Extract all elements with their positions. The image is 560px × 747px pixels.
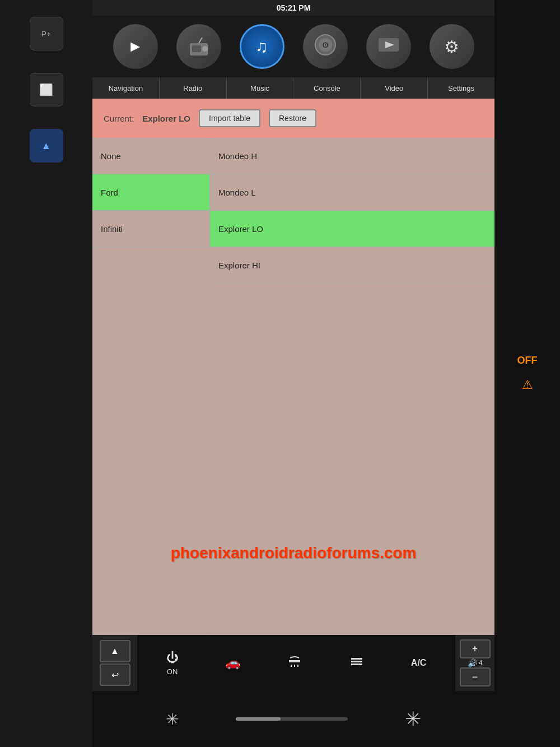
outer-frame: P+ ⬜ ▲ 05:21 PM ► — [0, 0, 560, 747]
svg-rect-14 — [351, 661, 362, 662]
power-on-button[interactable]: ⏻ ON — [166, 651, 179, 676]
nav-tab-music[interactable]: Music — [227, 77, 294, 99]
volume-controls: + 🔊 4 − — [455, 635, 494, 691]
car-climate-button[interactable]: 🚗 — [225, 656, 240, 670]
import-table-button[interactable]: Import table — [199, 109, 260, 127]
right-warning-icon: ⚠ — [522, 378, 533, 392]
nav-tab-console[interactable]: Console — [293, 77, 361, 99]
volume-up-button[interactable]: + — [460, 639, 491, 658]
fan-small-icon[interactable]: ✳ — [166, 710, 179, 729]
current-value: Explorer LO — [142, 114, 190, 123]
side-btn-middle[interactable]: ⬜ — [30, 73, 63, 106]
nav-tab-radio[interactable]: Radio — [160, 77, 227, 99]
temperature-slider[interactable] — [236, 717, 348, 721]
left-row-empty — [92, 247, 209, 635]
up-arrow-icon: ▲ — [110, 646, 119, 656]
nav-tab-settings[interactable]: Settings — [428, 77, 494, 99]
volume-down-button[interactable]: − — [460, 667, 491, 686]
svg-rect-15 — [351, 664, 362, 665]
content-area: Current: Explorer LO Import table Restor… — [92, 99, 494, 635]
left-column: None Ford Infiniti — [92, 138, 210, 635]
right-panel: OFF ⚠ — [494, 0, 560, 747]
time-display: 05:21 PM — [277, 3, 311, 12]
current-label: Current: — [104, 114, 134, 123]
settings-icon[interactable]: ⚙ — [430, 24, 474, 69]
console-icon[interactable]: ⊙ — [303, 24, 348, 69]
climate-controls: ⏻ ON 🚗 — [137, 651, 455, 676]
svg-rect-9 — [289, 660, 300, 662]
defrost-front-icon — [287, 653, 302, 672]
radio-icon[interactable] — [176, 24, 221, 69]
svg-rect-1 — [192, 45, 201, 52]
ac-button[interactable]: A/C — [411, 658, 427, 668]
left-row-none[interactable]: None — [92, 138, 209, 174]
svg-point-2 — [202, 46, 208, 52]
nav-tab-navigation[interactable]: Navigation — [92, 77, 160, 99]
nav-icon[interactable]: ► — [113, 24, 158, 69]
car-icon: 🚗 — [225, 656, 240, 670]
right-row-empty — [210, 284, 494, 635]
right-row-explorer-hi[interactable]: Explorer HI — [210, 247, 494, 284]
restore-button[interactable]: Restore — [269, 109, 316, 127]
power-icon: ⏻ — [166, 651, 179, 665]
speaker-icon: 🔊 — [468, 658, 477, 667]
back-arrow-icon: ↩ — [111, 670, 119, 680]
right-column: Mondeo H Mondeo L Explorer LO Explorer H… — [210, 138, 494, 635]
volume-level: 🔊 4 — [468, 658, 483, 667]
icon-bar: ► ♫ — [92, 16, 494, 77]
left-row-infiniti[interactable]: Infiniti — [92, 211, 209, 247]
right-row-mondeo-h[interactable]: Mondeo H — [210, 138, 494, 174]
table-area: None Ford Infiniti Mondeo H — [92, 138, 494, 635]
up-arrow-button[interactable]: ▲ — [100, 640, 130, 662]
volume-down-icon: − — [472, 671, 478, 683]
temp-slider-fill — [236, 717, 281, 721]
side-btn-power[interactable]: P+ — [30, 17, 63, 50]
right-row-explorer-lo[interactable]: Explorer LO — [210, 211, 494, 247]
right-row-mondeo-l[interactable]: Mondeo L — [210, 174, 494, 211]
left-panel: P+ ⬜ ▲ — [0, 0, 92, 747]
defrost-front-button[interactable] — [287, 653, 302, 672]
defrost-rear-button[interactable] — [349, 653, 365, 672]
bottom-row2: ✳ ✳ — [92, 691, 494, 747]
header-row: Current: Explorer LO Import table Restor… — [92, 99, 494, 138]
bottom-row1: ▲ ↩ ⏻ ON 🚗 — [92, 635, 494, 691]
left-row-ford[interactable]: Ford — [92, 174, 209, 211]
nav-tab-video[interactable]: Video — [361, 77, 428, 99]
off-indicator: OFF — [517, 355, 538, 366]
defrost-rear-icon — [349, 653, 365, 672]
bottom-controls: ▲ ↩ ⏻ ON 🚗 — [92, 635, 494, 747]
main-screen: 05:21 PM ► ♫ — [92, 0, 494, 747]
back-arrow-button[interactable]: ↩ — [100, 664, 130, 686]
music-icon[interactable]: ♫ — [240, 24, 284, 69]
video-icon[interactable] — [366, 24, 411, 69]
svg-line-3 — [199, 38, 202, 43]
nav-arrows: ▲ ↩ — [92, 635, 137, 691]
status-bar: 05:21 PM — [92, 0, 494, 16]
svg-rect-13 — [351, 658, 362, 660]
nav-bar: Navigation Radio Music Console Video Set… — [92, 77, 494, 99]
svg-text:⊙: ⊙ — [322, 40, 329, 49]
fan-large-icon[interactable]: ✳ — [405, 708, 421, 730]
volume-up-icon: + — [472, 643, 478, 655]
side-btn-logo[interactable]: ▲ — [30, 129, 63, 163]
